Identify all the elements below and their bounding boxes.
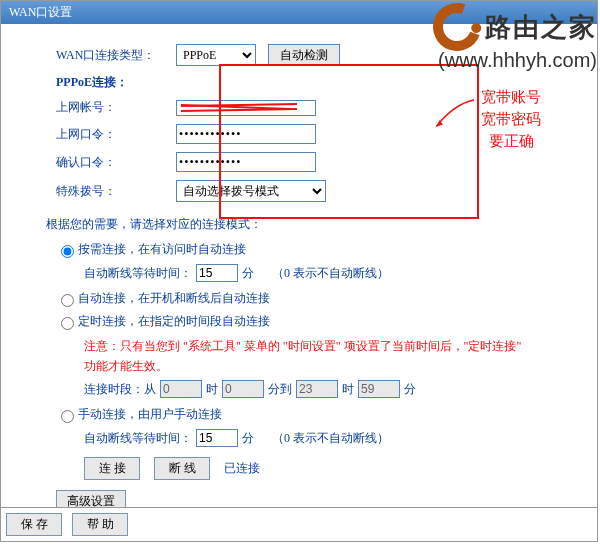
end-hour-input[interactable] bbox=[296, 380, 338, 398]
to-label: 分到 bbox=[268, 381, 292, 398]
start-hour-input[interactable] bbox=[160, 380, 202, 398]
connection-status: 已连接 bbox=[224, 460, 260, 477]
scheduled-note: 注意：只有当您到 "系统工具" 菜单的 "时间设置" 项设置了当前时间后，"定时… bbox=[84, 336, 524, 376]
confirm-label: 确认口令： bbox=[56, 154, 176, 171]
annotation-text: 宽带账号 宽带密码 要正确 bbox=[481, 86, 541, 152]
idle-timeout-input[interactable] bbox=[196, 264, 238, 282]
watermark: 路由之家 (www.hhhyh.com) bbox=[433, 3, 597, 72]
idle2-unit: 分 bbox=[242, 430, 254, 447]
confirm-input[interactable] bbox=[176, 152, 316, 172]
idle-unit: 分 bbox=[242, 265, 254, 282]
idle2-input[interactable] bbox=[196, 429, 238, 447]
idle-timeout-label: 自动断线等待时间： bbox=[84, 265, 192, 282]
autodetect-button[interactable]: 自动检测 bbox=[268, 44, 340, 66]
password-label: 上网口令： bbox=[56, 126, 176, 143]
mode-manual-radio[interactable] bbox=[61, 410, 74, 423]
mode-on-demand-radio[interactable] bbox=[61, 245, 74, 258]
mode-scheduled-label: 定时连接，在指定的时间段自动连接 bbox=[78, 313, 270, 330]
watermark-brand: 路由之家 bbox=[485, 10, 597, 45]
idle2-hint: （0 表示不自动断线） bbox=[272, 430, 389, 447]
watermark-url: (www.hhhyh.com) bbox=[433, 49, 597, 72]
mode-auto-radio[interactable] bbox=[61, 294, 74, 307]
special-dial-label: 特殊拨号： bbox=[56, 183, 176, 200]
end-min-input[interactable] bbox=[358, 380, 400, 398]
password-input[interactable] bbox=[176, 124, 316, 144]
username-input[interactable] bbox=[176, 100, 316, 116]
mode-on-demand-label: 按需连接，在有访问时自动连接 bbox=[78, 241, 246, 258]
conn-type-label: WAN口连接类型： bbox=[56, 47, 176, 64]
pppoe-section-label: PPPoE连接： bbox=[56, 74, 176, 91]
mode-manual-label: 手动连接，由用户手动连接 bbox=[78, 406, 222, 423]
period-label: 连接时段：从 bbox=[84, 381, 156, 398]
min-unit-2: 分 bbox=[404, 381, 416, 398]
disconnect-button[interactable]: 断 线 bbox=[154, 457, 210, 480]
idle-hint: （0 表示不自动断线） bbox=[272, 265, 389, 282]
special-dial-select[interactable]: 自动选择拨号模式 bbox=[176, 180, 326, 202]
connect-button[interactable]: 连 接 bbox=[84, 457, 140, 480]
conn-type-select[interactable]: PPPoE bbox=[176, 44, 256, 66]
mode-auto-label: 自动连接，在开机和断线后自动连接 bbox=[78, 290, 270, 307]
save-button[interactable]: 保 存 bbox=[6, 513, 62, 536]
start-min-input[interactable] bbox=[222, 380, 264, 398]
help-button[interactable]: 帮 助 bbox=[72, 513, 128, 536]
hour-unit-2: 时 bbox=[342, 381, 354, 398]
username-label: 上网帐号： bbox=[56, 99, 176, 116]
hour-unit-1: 时 bbox=[206, 381, 218, 398]
idle2-label: 自动断线等待时间： bbox=[84, 430, 192, 447]
mode-prompt: 根据您的需要，请选择对应的连接模式： bbox=[46, 216, 587, 233]
mode-scheduled-radio[interactable] bbox=[61, 317, 74, 330]
